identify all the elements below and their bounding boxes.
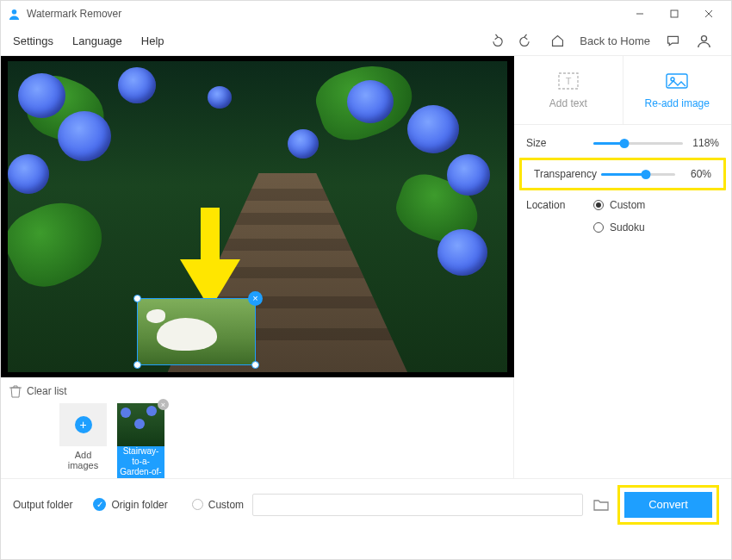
text-icon: T xyxy=(556,72,580,90)
location-label: Location xyxy=(526,199,593,233)
location-custom-label: Custom xyxy=(610,199,645,211)
menu-help[interactable]: Help xyxy=(141,34,164,47)
account-icon[interactable] xyxy=(693,31,714,52)
undo-button[interactable] xyxy=(485,31,506,52)
location-sudoku-label: Sudoku xyxy=(610,221,645,233)
tab-readd-image-label: Re-add image xyxy=(645,97,710,109)
watermark-selection[interactable]: × xyxy=(137,298,256,365)
home-icon[interactable] xyxy=(547,31,568,52)
highlight-annotation: Transparency 60% xyxy=(519,158,726,190)
output-folder-label: Output folder xyxy=(13,499,72,511)
custom-folder-option[interactable]: Custom xyxy=(192,499,244,511)
svg-point-5 xyxy=(701,36,706,41)
window-close-button[interactable] xyxy=(692,2,726,26)
slider-thumb-icon[interactable] xyxy=(641,170,650,179)
image-icon xyxy=(665,72,689,90)
menu-settings[interactable]: Settings xyxy=(13,34,53,47)
svg-text:T: T xyxy=(565,76,571,86)
transparency-slider[interactable] xyxy=(601,168,675,180)
highlight-annotation: Convert xyxy=(617,485,719,525)
trash-icon xyxy=(9,384,22,398)
transparency-label: Transparency xyxy=(534,168,601,180)
window-minimize-button[interactable] xyxy=(623,2,657,26)
svg-point-0 xyxy=(12,9,17,14)
convert-button[interactable]: Convert xyxy=(624,492,712,518)
resize-handle-bl[interactable] xyxy=(133,361,141,369)
resize-handle-br[interactable] xyxy=(251,361,259,369)
selection-remove-button[interactable]: × xyxy=(248,291,263,306)
origin-folder-option[interactable]: ✓ Origin folder xyxy=(93,498,167,511)
resize-handle-tl[interactable] xyxy=(133,295,141,302)
add-images-label: Add images xyxy=(59,450,107,470)
radio-selected-icon xyxy=(593,200,604,210)
thumbnail-remove-button[interactable]: × xyxy=(158,399,169,410)
size-label: Size xyxy=(526,137,593,149)
location-sudoku-radio[interactable]: Sudoku xyxy=(593,221,645,233)
window-maximize-button[interactable] xyxy=(657,2,692,26)
svg-point-9 xyxy=(671,78,674,81)
feedback-icon[interactable] xyxy=(662,31,683,52)
plus-icon: + xyxy=(75,416,92,433)
output-path-field[interactable] xyxy=(252,494,583,516)
preview-canvas[interactable]: × xyxy=(1,56,514,377)
location-row: Location Custom Sudoku xyxy=(514,192,731,240)
thumbnail-item[interactable]: × Stairway-to-a-Garden-of- xyxy=(117,403,164,478)
add-images-tile[interactable]: + Add images xyxy=(59,403,107,478)
watermark-image xyxy=(157,318,217,351)
size-row: Size 118% xyxy=(514,130,731,156)
tab-add-text-label: Add text xyxy=(549,97,587,109)
convert-button-label: Convert xyxy=(648,498,688,511)
clear-list-button[interactable]: Clear list xyxy=(27,385,67,397)
footer-bar: Output folder ✓ Origin folder Custom Con… xyxy=(1,478,731,530)
size-slider[interactable] xyxy=(593,137,683,149)
size-value: 118% xyxy=(683,137,719,149)
svg-rect-2 xyxy=(671,10,678,17)
menu-language[interactable]: Language xyxy=(72,34,122,47)
origin-folder-label: Origin folder xyxy=(111,499,167,511)
tab-readd-image[interactable]: Re-add image xyxy=(623,56,732,124)
browse-folder-button[interactable] xyxy=(592,495,611,514)
properties-panel: T Add text Re-add image Size 118% T xyxy=(514,56,731,478)
redo-button[interactable] xyxy=(516,31,537,52)
transparency-value: 60% xyxy=(675,168,711,180)
window-titlebar: Watermark Remover xyxy=(1,1,731,27)
location-custom-radio[interactable]: Custom xyxy=(593,199,645,211)
back-to-home-link[interactable]: Back to Home xyxy=(580,34,650,47)
menubar: Settings Language Help Back to Home xyxy=(1,27,731,56)
radio-icon xyxy=(593,222,604,233)
thumbnail-caption: Stairway-to-a-Garden-of- xyxy=(117,445,164,478)
window-title: Watermark Remover xyxy=(27,8,121,20)
check-icon: ✓ xyxy=(93,498,106,511)
radio-icon xyxy=(192,499,203,510)
transparency-row: Transparency 60% xyxy=(522,161,723,187)
slider-thumb-icon[interactable] xyxy=(620,139,630,148)
custom-folder-label: Custom xyxy=(208,499,244,511)
tab-add-text[interactable]: T Add text xyxy=(514,56,623,124)
svg-rect-8 xyxy=(667,74,687,88)
app-logo-icon xyxy=(8,8,21,21)
